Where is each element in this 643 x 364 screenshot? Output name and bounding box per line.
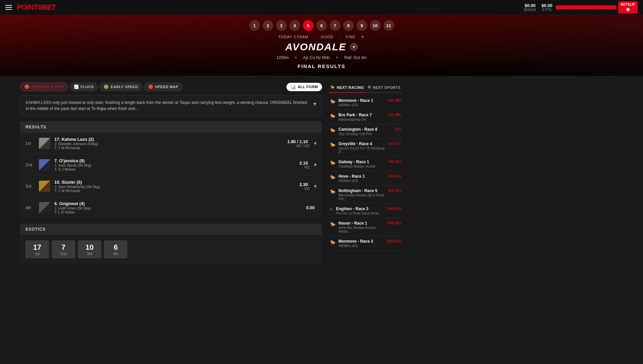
allform-icon: 📊 (290, 84, 296, 89)
logo[interactable]: POINTSBET (17, 3, 56, 12)
race-venue: AVONDALE ▾ (0, 41, 643, 53)
place-1st: 1st (25, 141, 35, 146)
pts-amount: $0.00 0 PTS (541, 3, 552, 12)
tab-preview[interactable]: 🔴 PREVIEW & TIPS (20, 82, 68, 91)
race-tab-5[interactable]: 5 (303, 20, 314, 31)
horse-name-3rd: 10. Sizzler (5) (54, 180, 296, 185)
horse-odds-2nd: 2.10 (300, 161, 308, 166)
finisher-4th: 6 4th (104, 240, 127, 258)
next-race-5[interactable]: 🐎 Hove - Race 1 500Mtrs (A3) 5m 51s (329, 171, 403, 186)
horse-odds-1st: 1.80 / 1.10 (287, 139, 308, 144)
bonus-pts-container: $0.00 BONUS $0.00 0 PTS (524, 3, 552, 12)
horse-icon-7: 6- (330, 207, 333, 211)
silks-4th (39, 202, 50, 214)
left-panel: 🔴 PREVIEW & TIPS 📈 FLUCS 🟢 EARLY SPEED 🔴… (20, 82, 322, 264)
exotics-section: EXOTICS 17 1st 7 2nd 10 3rd 6 4th (20, 224, 322, 264)
race-tab-11[interactable]: 11 (383, 20, 394, 31)
race-tab-9[interactable]: 9 (357, 20, 367, 31)
horse-trainer-3rd: T: J W Richards (54, 189, 296, 193)
race-tab-3[interactable]: 3 (276, 20, 287, 31)
expand-3rd[interactable]: ▾ (314, 183, 317, 189)
finisher-3rd: 10 3rd (78, 240, 101, 258)
result-row-4th: 4th 6. Origineel (4) J: Leith Innes (56.… (20, 197, 322, 218)
betslip-progress-bar (556, 5, 616, 9)
race-weather: FINE (346, 35, 356, 39)
next-race-8[interactable]: 🐎 Navan - Race 1 Arkle Bar Median Auctio… (329, 218, 403, 236)
hero-section: 1 2 3 4 5 6 7 8 9 10 11 TODAY 2:53AM • G… (0, 15, 643, 76)
logo-points: POINTS (17, 3, 42, 11)
top-navigation: POINTSBET $0.00 BONUS $0.00 0 PTS BETSLI… (0, 0, 643, 15)
form-tab-bar: 🔴 PREVIEW & TIPS 📈 FLUCS 🟢 EARLY SPEED 🔴… (20, 82, 322, 91)
race-tab-8[interactable]: 8 (343, 20, 354, 31)
tab-early-speed[interactable]: 🟢 EARLY SPEED (99, 82, 142, 91)
tab-speed-map[interactable]: 🔴 SPEED MAP (144, 82, 183, 91)
betslip-button[interactable]: BETSLIP ⊕ (618, 1, 638, 14)
race-distance: 1200m (276, 55, 289, 60)
horse-name-2nd: 7. O'jessica (8) (54, 158, 296, 163)
next-race-1[interactable]: 🐎 Bro Park - Race 7 Maidenlopning Dirt -… (329, 110, 403, 124)
horse-badge-2nd: VIC (300, 166, 310, 169)
race-tab-7[interactable]: 7 (330, 20, 340, 31)
earlyspeed-icon: 🟢 (104, 84, 109, 89)
horse-info-3rd: 10. Sizzler (5) J: Sam Weatherley (56.5k… (54, 180, 296, 193)
race-tab-1[interactable]: 1 (249, 20, 260, 31)
horse-icon-9: 🐎 (330, 240, 336, 245)
expand-1st[interactable]: ▾ (314, 140, 317, 146)
hamburger-menu[interactable] (5, 5, 12, 10)
expand-2nd[interactable]: ▾ (314, 162, 317, 168)
race-meta: TODAY 2:53AM • GOOD • FINE ☀ (0, 35, 643, 39)
horse-icon-5: 🐎 (330, 175, 336, 180)
tab-all-form[interactable]: 📊 ALL FORM (286, 83, 322, 91)
horse-jockey-4th: J: Leith Innes (56.5kg) (54, 206, 302, 210)
flucs-icon: 📈 (74, 84, 79, 89)
next-race-2[interactable]: 🐎 Cannington - Race 8 Sign Strategy Call… (329, 124, 403, 139)
race-tab-list: 1 2 3 4 5 6 7 8 9 10 11 (0, 20, 643, 31)
preview-icon: 🔴 (24, 84, 30, 89)
horse-icon-1: 🐎 (330, 113, 336, 119)
horse-trainer-4th: T: L R Noble (54, 210, 302, 214)
horse-name-1st: 17. Kahma Lass (2) (54, 137, 283, 142)
horse-trainer-2nd: T: S J Mckee (54, 167, 296, 171)
finisher-2nd: 7 2nd (52, 240, 75, 258)
expand-preview-button[interactable]: ▾ (313, 100, 316, 109)
next-race-list: 🐎 Monmore - Race 1 480Mtrs (A3) -2m 08s … (329, 96, 403, 251)
tab-next-racing[interactable]: 🐎 NEXT RACING (329, 82, 366, 93)
nav-left: POINTSBET (5, 3, 56, 12)
horse-jockey-1st: J: Danielle Johnson (54kg) (54, 142, 283, 146)
horse-trainer-1st: T: J W Richards (54, 146, 283, 150)
silks-3rd (39, 181, 50, 192)
horse-badge-1st: VIC / VIC (287, 144, 310, 148)
tab-flucs[interactable]: 📈 FLUCS (69, 82, 98, 91)
horse-odds-4th: 0.00 (306, 205, 315, 210)
next-race-3[interactable]: 🐎 Greyville - Race 4 Soccer Any15 Fm 75 … (329, 139, 403, 157)
next-tab-bar: 🐎 NEXT RACING ⚙ NEXT SPORTS (329, 82, 403, 93)
silks-2nd (39, 159, 50, 171)
betslip-bar: BETSLIP ⊕ (556, 1, 638, 14)
next-race-4[interactable]: 🐎 Galway - Race 1 Claddagh Maiden Hurdle… (329, 157, 403, 171)
place-2nd: 2nd (25, 163, 35, 167)
next-race-7[interactable]: 6- Enghien - Race 3 Prix De La Porte Sai… (329, 204, 403, 218)
horse-icon-6: 🐎 (330, 189, 336, 194)
race-tab-4[interactable]: 4 (289, 20, 300, 31)
race-tab-10[interactable]: 10 (370, 20, 381, 31)
result-row-2nd: 2nd 7. O'jessica (8) J: Sam Spratt (56.5… (20, 154, 322, 176)
tab-next-sports[interactable]: ⚙ NEXT SPORTS (366, 82, 403, 92)
horse-odds-3rd: 2.30 (300, 182, 308, 187)
next-sports-icon: ⚙ (368, 85, 371, 89)
bonus-amount: $0.00 BONUS (524, 3, 536, 12)
race-tab-2[interactable]: 2 (263, 20, 273, 31)
logo-bet: BET (42, 3, 56, 11)
horse-info-4th: 6. Origineel (4) J: Leith Innes (56.5kg)… (54, 201, 302, 214)
race-tab-6[interactable]: 6 (316, 20, 327, 31)
preview-content: KAHMA LASS only just missed at only star… (26, 100, 313, 112)
horse-icon-8: 🐎 (330, 222, 336, 227)
race-type: Ajc.Co.Nz Mdn (303, 55, 330, 60)
right-panel: 🐎 NEXT RACING ⚙ NEXT SPORTS 🐎 Monmore - … (329, 82, 403, 264)
speedmap-icon: 🔴 (148, 84, 154, 89)
next-race-9[interactable]: 🐎 Monmore - Race 2 480Mtrs (A3) 15m 51s (329, 236, 403, 251)
horse-info-2nd: 7. O'jessica (8) J: Sam Spratt (56.5kg) … (54, 158, 296, 171)
venue-dropdown[interactable]: ▾ (350, 43, 358, 51)
next-race-6[interactable]: 🐎 Nottingham - Race 5 Mansionbet Beaten … (329, 186, 403, 204)
next-race-0[interactable]: 🐎 Monmore - Race 1 480Mtrs (A3) -2m 08s (329, 96, 403, 110)
main-content: 🔴 PREVIEW & TIPS 📈 FLUCS 🟢 EARLY SPEED 🔴… (0, 76, 643, 270)
